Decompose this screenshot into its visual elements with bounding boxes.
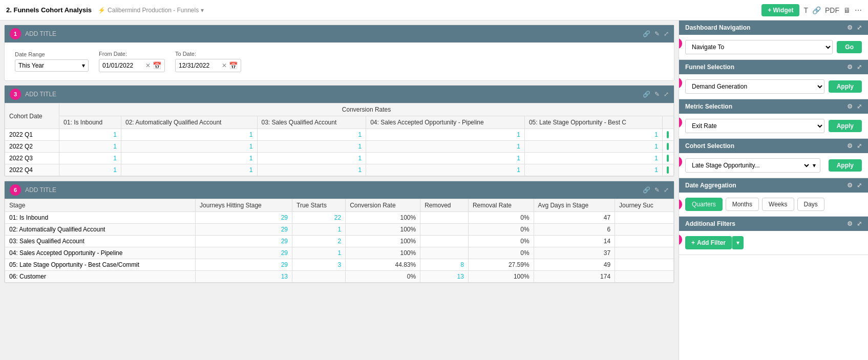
to-date-input[interactable] [179,62,220,69]
val-cell[interactable]: 1 [59,164,121,176]
journeys-cell[interactable]: 29 [196,259,292,271]
metric-select[interactable]: Exit Rate [685,119,824,133]
val-cell[interactable]: 1 [257,164,366,176]
val-cell[interactable]: 1 [366,153,525,164]
starts-cell[interactable]: 3 [292,259,346,271]
bar-cell [662,153,673,164]
funnel-apply-button[interactable]: Apply [829,80,862,93]
val-cell[interactable]: 1 [121,153,257,164]
metric-select-row: Exit Rate Apply [685,119,862,133]
table-row: 01: Is Inbound 29 22 100% 0% 47 [5,212,674,224]
val-cell[interactable]: 1 [257,141,366,153]
val-cell[interactable]: 1 [366,141,525,153]
to-date-label: To Date: [175,51,241,57]
starts-cell[interactable]: 1 [292,247,346,259]
starts-cell[interactable]: 1 [292,224,346,236]
metric-selection-body: 5 Exit Rate Apply [679,114,868,138]
settings2-icon: ⚙ [847,63,853,71]
topbar-right: + Widget T 🔗 PDF 🖥 ⋯ [761,4,862,16]
days-button[interactable]: Days [797,198,824,211]
metric-selection-section: Metric Selection ⚙ ⤢ 5 Exit Rate Apply [679,99,868,139]
link-icon-btn[interactable]: 🔗 [812,6,821,14]
stage-cell: 02: Automatically Qualified Account [5,224,196,236]
val-cell[interactable]: 1 [524,164,662,176]
cohort-select[interactable]: Late Stage Opportunity... [690,161,811,170]
more-icon-btn[interactable]: ⋯ [855,6,862,14]
journeys-cell[interactable]: 29 [196,212,292,224]
cohort-table: Cohort Date Conversion Rates 01: Is Inbo… [5,103,674,176]
journeys-cell[interactable]: 29 [196,247,292,259]
add-filter-button[interactable]: + Add Filter [685,236,732,249]
additional-filters-header: Additional Filters ⚙ ⤢ [679,217,868,231]
add-filter-dropdown-button[interactable]: ▾ [732,236,744,249]
removal-cell: 0% [468,247,534,259]
link4-icon: 🔗 [643,186,650,194]
val-cell[interactable]: 1 [524,129,662,141]
expand7-icon: ⤢ [857,142,862,150]
metric-selection-title: Metric Selection [685,103,732,110]
journey-cell [615,247,674,259]
bar-cell [662,164,673,176]
page-title: 2. Funnels Cohort Analysis [6,6,92,14]
journey-col-header: Journey Suc [615,199,674,212]
journeys-cell[interactable]: 29 [196,236,292,247]
period-cell: 2022 Q1 [5,129,59,141]
val-cell[interactable]: 1 [59,141,121,153]
table-row: 2022 Q2 1 1 1 1 1 [5,141,674,153]
quarters-button[interactable]: Quarters [685,198,723,211]
funnel-selection-title: Funnel Selection [685,63,734,71]
funnel-select[interactable]: Demand Generation [685,79,824,94]
val-cell[interactable]: 1 [524,141,662,153]
to-date-calendar-icon[interactable]: 📅 [229,61,238,70]
topbar-left: 2. Funnels Cohort Analysis ⚡ Calibermind… [6,6,204,14]
val-cell[interactable]: 1 [257,129,366,141]
removed-cell[interactable]: 13 [420,271,469,283]
val-cell[interactable]: 1 [121,164,257,176]
journey-cell [615,212,674,224]
val-cell[interactable]: 1 [59,129,121,141]
cohort-apply-button[interactable]: Apply [829,159,862,172]
months-button[interactable]: Months [726,198,759,211]
val-cell[interactable]: 1 [524,153,662,164]
text-icon-btn[interactable]: T [803,6,808,14]
val-cell[interactable]: 1 [366,129,525,141]
removed-cell [420,224,469,236]
conversion-rates-header: Conversion Rates [59,103,674,116]
plus-icon: + [691,239,695,246]
val-cell[interactable]: 1 [366,164,525,176]
val-cell[interactable]: 1 [121,141,257,153]
widget-button[interactable]: + Widget [761,4,799,16]
to-date-clear-icon[interactable]: ✕ [222,62,227,69]
table-row: 06: Customer 13 0% 13 100% 174 [5,271,674,283]
journeys-col-header: Journeys Hitting Stage [196,199,292,212]
topbar-subtitle: ⚡ Calibermind Production - Funnels ▾ [98,7,204,14]
starts-cell[interactable]: 22 [292,212,346,224]
from-date-clear-icon[interactable]: ✕ [145,62,151,69]
val-cell[interactable]: 1 [59,153,121,164]
journeys-cell[interactable]: 13 [196,271,292,283]
go-button[interactable]: Go [837,41,862,53]
bar-cell [662,129,673,141]
metric-apply-button[interactable]: Apply [829,120,862,132]
navigate-to-select[interactable]: Navigate To [685,40,833,54]
journeys-cell[interactable]: 29 [196,224,292,236]
section2-title: ADD TITLE [25,91,56,98]
val-cell[interactable]: 1 [121,129,257,141]
journey-cell [615,259,674,271]
weeks-button[interactable]: Weeks [762,198,794,211]
starts-cell[interactable]: 2 [292,236,346,247]
removed-cell [420,212,469,224]
removed-cell[interactable]: 8 [420,259,469,271]
val-cell[interactable]: 1 [257,153,366,164]
removal-cell: 0% [468,212,534,224]
table-row: 02: Automatically Qualified Account 29 1… [5,224,674,236]
expand4-icon: ⤢ [857,24,862,31]
badge-5: 5 [679,117,682,128]
from-date-input[interactable] [102,62,143,69]
pdf-icon-btn[interactable]: PDF [825,6,839,14]
monitor-icon-btn[interactable]: 🖥 [843,6,851,14]
col-auto-qual: 02: Automatically Qualified Account [121,116,257,129]
from-date-calendar-icon[interactable]: 📅 [153,61,161,70]
avgdays-cell: 14 [534,236,615,247]
date-range-select[interactable]: This Year [18,62,80,69]
